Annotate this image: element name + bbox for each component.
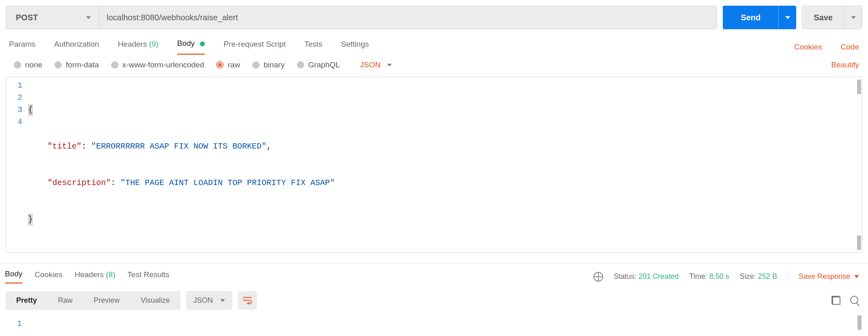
- search-icon[interactable]: [850, 296, 859, 305]
- radio-form-data-label: form-data: [66, 60, 99, 69]
- status-value: 201 Created: [638, 272, 679, 280]
- request-body-editor[interactable]: 1 2 3 4 { "title": "ERRORRRRRR ASAP FIX …: [6, 77, 862, 253]
- send-dropdown-button[interactable]: [778, 6, 796, 29]
- cookies-link[interactable]: Cookies: [794, 43, 822, 52]
- method-url-group: POST: [6, 6, 717, 29]
- save-response-label: Save Response: [799, 272, 850, 281]
- send-button-group: Send: [723, 6, 796, 29]
- response-view-mode: Pretty Raw Preview Visualize: [6, 291, 180, 310]
- save-button[interactable]: Save: [802, 6, 844, 29]
- scrollbar-thumb[interactable]: [857, 315, 862, 330]
- response-tabs: Body Cookies Headers (8) Test Results St…: [0, 264, 868, 284]
- tab-body[interactable]: Body: [177, 39, 205, 55]
- code-token: }: [28, 213, 33, 226]
- view-visualize-button[interactable]: Visualize: [130, 291, 180, 310]
- code-token: "description": [47, 178, 111, 187]
- code-token: :: [111, 178, 120, 187]
- tab-headers-count: (9): [149, 40, 158, 48]
- line-number: 3: [9, 104, 22, 116]
- radio-binary[interactable]: binary: [252, 60, 285, 69]
- view-raw-button[interactable]: Raw: [47, 291, 83, 310]
- save-dropdown-button[interactable]: [844, 6, 862, 29]
- tab-body-label: Body: [177, 39, 195, 47]
- line-number: 4: [9, 116, 22, 128]
- beautify-link[interactable]: Beautify: [831, 60, 859, 69]
- body-type-row: none form-data x-www-form-urlencoded raw…: [0, 55, 868, 77]
- chevron-down-icon: [851, 16, 856, 19]
- request-tabs: Params Authorization Headers (9) Body Pr…: [0, 29, 868, 55]
- scrollbar-thumb[interactable]: [857, 235, 861, 250]
- radio-x-www-form-urlencoded[interactable]: x-www-form-urlencoded: [111, 60, 204, 69]
- radio-none[interactable]: none: [14, 60, 42, 69]
- view-preview-button[interactable]: Preview: [83, 291, 130, 310]
- radio-graphql-label: GraphQL: [308, 60, 340, 69]
- line-number-gutter: 1 2 3 4: [6, 77, 28, 252]
- body-content-type-select[interactable]: JSON: [360, 60, 392, 69]
- tab-settings[interactable]: Settings: [341, 40, 369, 54]
- radio-raw-label: raw: [228, 60, 240, 69]
- wrap-icon: [243, 296, 252, 304]
- radio-none-label: none: [25, 60, 42, 69]
- response-tool-icons: [831, 296, 859, 305]
- radio-form-data[interactable]: form-data: [54, 60, 99, 69]
- tab-headers-label: Headers: [118, 40, 147, 48]
- response-tab-headers[interactable]: Headers (8): [75, 270, 115, 283]
- request-bar: POST Send Save: [0, 0, 868, 29]
- line-number: 1: [9, 318, 22, 330]
- response-tab-body[interactable]: Body: [5, 269, 22, 284]
- divider: [788, 271, 788, 282]
- request-url-input[interactable]: [99, 6, 717, 29]
- response-body-editor[interactable]: 1 []: [0, 314, 868, 336]
- radio-raw[interactable]: raw: [216, 60, 240, 69]
- http-method-select[interactable]: POST: [6, 6, 99, 29]
- chevron-down-icon: [854, 275, 859, 278]
- code-link[interactable]: Code: [841, 43, 859, 52]
- tab-prerequest-script[interactable]: Pre-request Script: [223, 40, 286, 54]
- chevron-down-icon: [86, 16, 91, 19]
- size-group: Size: 252 B: [740, 272, 777, 281]
- size-value: 252 B: [758, 272, 777, 280]
- code-token: "title": [47, 142, 82, 151]
- chevron-down-icon: [785, 16, 790, 19]
- response-meta: Status: 201 Created Time: 8.50 s Size: 2…: [593, 271, 859, 282]
- view-pretty-button[interactable]: Pretty: [6, 291, 47, 310]
- response-tab-cookies[interactable]: Cookies: [34, 270, 62, 283]
- tab-params[interactable]: Params: [9, 40, 35, 54]
- line-number-gutter: 1: [6, 315, 28, 336]
- response-tab-headers-count: (8): [106, 270, 115, 279]
- code-token: :: [82, 142, 91, 151]
- copy-icon[interactable]: [831, 296, 840, 305]
- code-token: {: [28, 104, 33, 116]
- line-number: 1: [9, 80, 22, 92]
- code-token: "THE PAGE AINT LOADIN TOP PRIORITY FIX A…: [120, 178, 335, 187]
- wrap-lines-button[interactable]: [238, 291, 257, 310]
- code-token: ,: [266, 142, 271, 151]
- http-method-value: POST: [16, 13, 38, 22]
- status-label: Status:: [614, 272, 636, 280]
- radio-xwww-label: x-www-form-urlencoded: [122, 60, 204, 69]
- chevron-down-icon: [387, 64, 392, 67]
- save-button-group: Save: [802, 6, 862, 29]
- line-number: 2: [9, 92, 22, 104]
- code-area[interactable]: { "title": "ERRORRRRRR ASAP FIX NOW ITS …: [28, 77, 335, 252]
- response-format-value: JSON: [193, 296, 213, 305]
- code-token: "ERRORRRRRR ASAP FIX NOW ITS BORKED": [91, 142, 266, 151]
- response-tab-headers-label: Headers: [75, 270, 104, 279]
- size-label: Size:: [740, 272, 756, 280]
- globe-icon[interactable]: [593, 272, 603, 282]
- tab-headers[interactable]: Headers (9): [118, 40, 158, 54]
- scrollbar-thumb[interactable]: [857, 80, 861, 94]
- modified-dot-icon: [200, 41, 205, 46]
- tab-authorization[interactable]: Authorization: [54, 40, 99, 54]
- tab-tests[interactable]: Tests: [304, 40, 322, 54]
- send-button[interactable]: Send: [723, 6, 778, 29]
- radio-graphql[interactable]: GraphQL: [297, 60, 340, 69]
- response-tab-test-results[interactable]: Test Results: [127, 270, 169, 283]
- chevron-down-icon: [220, 299, 225, 302]
- time-group: Time: 8.50 s: [689, 272, 729, 281]
- response-format-select[interactable]: JSON: [186, 291, 232, 310]
- body-content-type-value: JSON: [360, 60, 381, 69]
- code-area[interactable]: []: [28, 315, 47, 336]
- status-group: Status: 201 Created: [614, 272, 679, 281]
- save-response-button[interactable]: Save Response: [799, 272, 859, 281]
